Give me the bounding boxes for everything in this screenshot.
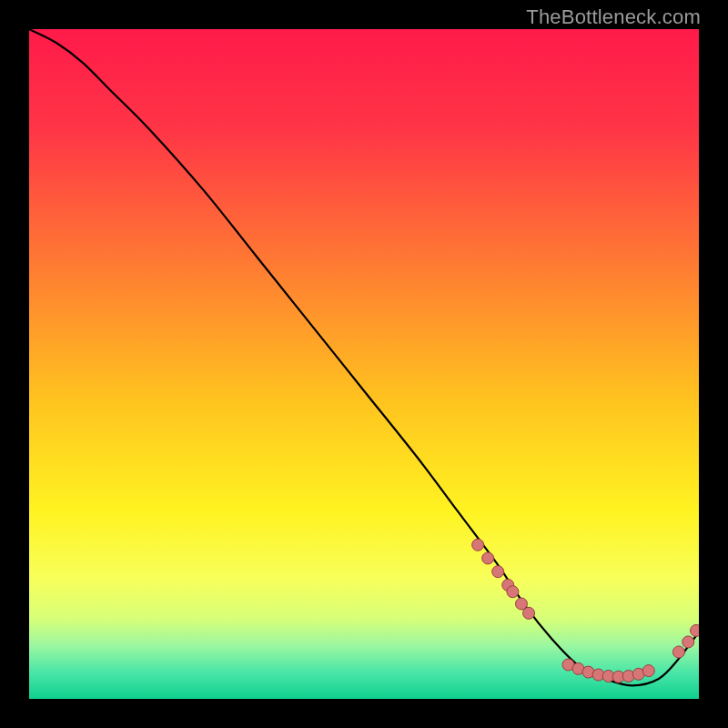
gradient-background [29,29,699,699]
watermark-text: TheBottleneck.com [526,5,701,29]
data-point [672,646,684,658]
chart-svg [29,29,699,699]
plot-area [29,29,699,699]
data-point [642,665,654,677]
data-point [482,552,494,564]
data-point [523,607,535,619]
data-point [507,586,519,598]
data-point [472,539,484,551]
chart-stage: TheBottleneck.com [0,0,728,728]
data-point [492,566,504,578]
data-point [682,636,694,648]
data-point [691,624,699,636]
